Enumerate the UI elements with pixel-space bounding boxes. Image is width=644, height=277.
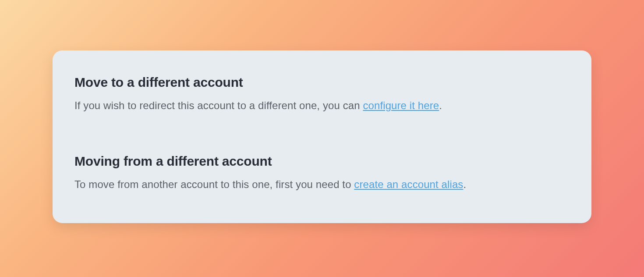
move-from-desc-suffix: . bbox=[463, 178, 466, 190]
move-from-section: Moving from a different account To move … bbox=[74, 154, 570, 192]
move-to-description: If you wish to redirect this account to … bbox=[74, 98, 570, 114]
move-to-title: Move to a different account bbox=[74, 75, 570, 90]
move-from-desc-prefix: To move from another account to this one… bbox=[74, 178, 354, 190]
move-to-section: Move to a different account If you wish … bbox=[74, 75, 570, 114]
move-from-description: To move from another account to this one… bbox=[74, 177, 570, 192]
move-to-desc-suffix: . bbox=[439, 99, 442, 111]
configure-redirect-link[interactable]: configure it here bbox=[363, 99, 439, 111]
move-to-desc-prefix: If you wish to redirect this account to … bbox=[74, 99, 363, 111]
settings-card: Move to a different account If you wish … bbox=[53, 50, 591, 223]
move-from-title: Moving from a different account bbox=[74, 154, 570, 169]
create-alias-link[interactable]: create an account alias bbox=[354, 178, 463, 190]
